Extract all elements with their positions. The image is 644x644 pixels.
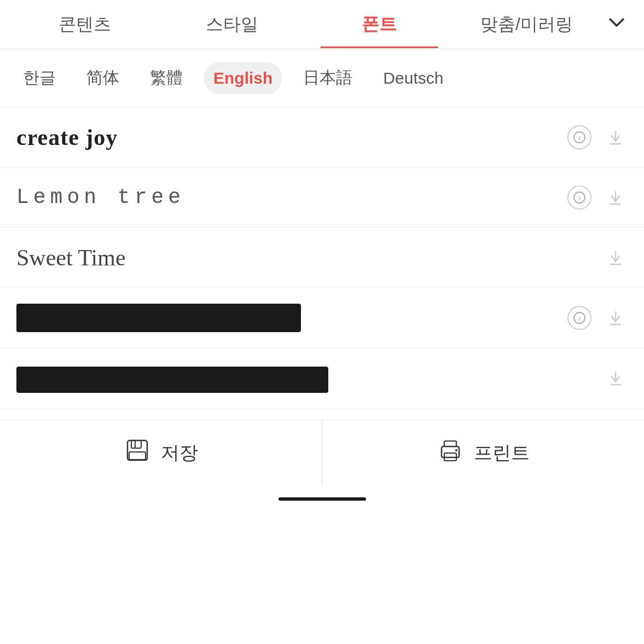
tab-bar: 콘텐츠 스타일 폰트 맞춤/미러링 [0, 0, 644, 49]
font-actions-lemon-tree: i [567, 185, 628, 210]
download-icon [607, 310, 624, 326]
font-preview-redacted-2 [16, 363, 604, 393]
font-actions-redacted-1: i [567, 306, 628, 330]
svg-text:i: i [578, 314, 581, 322]
svg-point-22 [455, 449, 457, 451]
info-button-lemon-tree[interactable]: i [567, 185, 591, 210]
font-actions-create-joy: i [567, 125, 628, 149]
font-name-create-joy: create joy [16, 125, 118, 150]
font-name-lemon-tree: Lemon tree [16, 185, 185, 209]
language-selector-row: 한글 简体 繁體 English 日本語 Deutsch [0, 49, 644, 107]
floppy-disk-icon [124, 437, 151, 464]
font-row-redacted-2[interactable] [0, 348, 644, 409]
tab-style[interactable]: 스타일 [158, 2, 305, 48]
download-icon [607, 189, 624, 206]
download-icon [607, 250, 624, 266]
tab-content[interactable]: 콘텐츠 [11, 2, 158, 48]
font-name-sweet-time: Sweet Time [16, 245, 126, 270]
download-button-create-joy[interactable] [604, 125, 628, 149]
tab-more-button[interactable] [600, 13, 633, 37]
font-preview-sweet-time: Sweet Time [16, 245, 604, 271]
print-label: 프린트 [474, 440, 530, 466]
print-button[interactable]: 프린트 [322, 420, 644, 485]
svg-rect-17 [131, 440, 141, 448]
tab-font[interactable]: 폰트 [306, 2, 453, 48]
print-icon [437, 437, 464, 469]
download-button-redacted-2[interactable] [604, 366, 628, 390]
download-button-sweet-time[interactable] [604, 246, 628, 270]
lang-japanese[interactable]: 日本語 [293, 60, 362, 96]
save-label: 저장 [161, 440, 198, 466]
redacted-text-bar-1 [16, 304, 301, 332]
redacted-text-bar-2 [16, 367, 328, 393]
printer-icon [437, 437, 464, 464]
download-icon [607, 129, 624, 146]
font-preview-create-joy: create joy [16, 124, 567, 150]
font-row-sweet-time[interactable]: Sweet Time [0, 228, 644, 288]
font-list: create joy i Lemon tree [0, 107, 644, 409]
svg-text:i: i [578, 134, 581, 142]
home-indicator-area [0, 485, 644, 506]
tab-align[interactable]: 맞춤/미러링 [453, 2, 600, 48]
lang-traditional[interactable]: 繁體 [140, 60, 193, 96]
font-row-lemon-tree[interactable]: Lemon tree i [0, 167, 644, 228]
lang-hangul[interactable]: 한글 [13, 60, 66, 96]
svg-rect-18 [129, 452, 146, 460]
download-button-lemon-tree[interactable] [604, 185, 628, 210]
font-row-redacted-1[interactable]: i [0, 288, 644, 348]
info-icon: i [573, 131, 585, 143]
download-icon [607, 370, 624, 386]
info-icon: i [573, 312, 585, 324]
lang-simplified[interactable]: 简体 [77, 60, 129, 96]
lang-english[interactable]: English [204, 62, 282, 94]
font-row-create-joy[interactable]: create joy i [0, 107, 644, 167]
info-icon: i [573, 192, 585, 204]
info-button-redacted-1[interactable]: i [567, 306, 591, 330]
font-actions-sweet-time [604, 246, 628, 270]
font-actions-redacted-2 [604, 366, 628, 390]
chevron-down-icon [607, 13, 626, 32]
save-icon [124, 437, 151, 469]
home-bar [279, 497, 366, 501]
info-button-create-joy[interactable]: i [567, 125, 591, 149]
save-button[interactable]: 저장 [0, 420, 322, 485]
download-button-redacted-1[interactable] [604, 306, 628, 330]
bottom-action-bar: 저장 프린트 [0, 420, 644, 485]
font-preview-lemon-tree: Lemon tree [16, 185, 567, 209]
lang-deutsch[interactable]: Deutsch [373, 62, 453, 94]
font-preview-redacted-1 [16, 304, 567, 332]
svg-rect-16 [127, 440, 147, 460]
svg-text:i: i [578, 194, 581, 202]
